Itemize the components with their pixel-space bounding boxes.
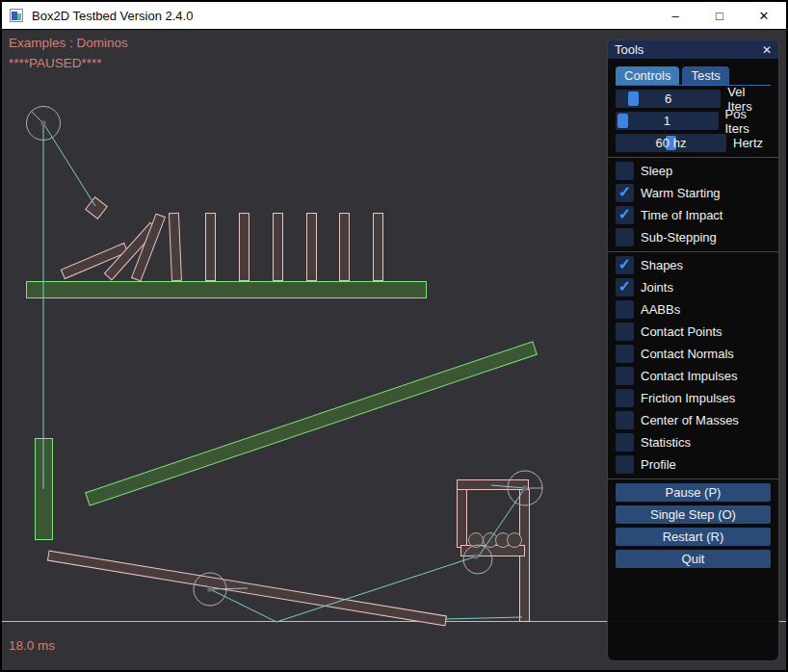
minimize-button[interactable]: – <box>653 2 697 29</box>
tools-panel-title: Tools <box>615 42 644 57</box>
tools-panel-header[interactable]: Tools ✕ <box>608 40 778 59</box>
slider-row: 60 hz Hertz <box>616 134 771 152</box>
checkbox-row: Warm Starting <box>616 184 771 202</box>
domino-platform <box>27 282 427 298</box>
checkbox-row: Contact Points <box>616 323 771 341</box>
checkbox-row: Sub-Stepping <box>616 228 771 246</box>
maximize-button[interactable]: □ <box>697 2 742 29</box>
checkbox-warm-starting[interactable] <box>616 184 634 202</box>
ball <box>508 533 522 548</box>
checkbox-center-of-masses[interactable] <box>616 411 634 429</box>
vel-iters-slider[interactable]: 6 <box>616 90 721 108</box>
example-label: Examples : Dominos <box>9 36 128 50</box>
panel-close-icon[interactable]: ✕ <box>762 43 772 57</box>
slider-label: Hertz <box>733 136 763 150</box>
tools-panel-body: Controls Tests 6 Vel Iters 1 P <box>608 66 778 568</box>
tab-controls[interactable]: Controls <box>616 66 679 85</box>
checkbox-time-of-impact[interactable] <box>616 206 634 224</box>
checkbox-contact-normals[interactable] <box>616 345 634 363</box>
checkbox-label: Sleep <box>641 164 672 178</box>
checkbox-joints[interactable] <box>616 278 634 297</box>
checkbox-contact-impulses[interactable] <box>616 367 634 385</box>
checkbox-friction-impulses[interactable] <box>616 389 634 407</box>
checkbox-label: Statistics <box>641 435 691 450</box>
domino <box>274 214 283 281</box>
restart-button[interactable]: Restart (R) <box>616 528 771 546</box>
quit-button[interactable]: Quit <box>616 550 771 568</box>
frame-time-label: 18.0 ms <box>9 638 55 653</box>
frame-left-post <box>458 490 467 548</box>
checkbox-label: Time of Impact <box>641 208 722 222</box>
window-controls: – □ ✕ <box>653 2 786 29</box>
slider-row: 6 Vel Iters <box>616 90 771 108</box>
separator <box>608 251 778 252</box>
checkbox-row: Sleep <box>616 162 771 180</box>
hertz-slider[interactable]: 60 hz <box>616 134 726 152</box>
domino <box>240 214 250 281</box>
pendulum-bob <box>86 197 107 219</box>
checkbox-profile[interactable] <box>616 455 634 474</box>
checkbox-sub-stepping[interactable] <box>616 228 634 246</box>
checkbox-row: Contact Normals <box>616 345 771 363</box>
window-title: Box2D Testbed Version 2.4.0 <box>32 9 193 23</box>
checkbox-row: Profile <box>616 455 771 474</box>
checkbox-row: Time of Impact <box>616 206 771 224</box>
domino <box>374 214 383 281</box>
checkbox-label: Profile <box>641 457 676 472</box>
checkbox-aabbs[interactable] <box>616 300 634 319</box>
checkbox-label: AABBs <box>641 302 680 317</box>
checkbox-row: Friction Impulses <box>616 389 771 407</box>
checkbox-row: Shapes <box>616 256 771 274</box>
single-step-button[interactable]: Single Step (O) <box>616 505 771 524</box>
checkbox-sleep[interactable] <box>616 162 634 180</box>
domino <box>340 214 350 281</box>
pos-iters-slider[interactable]: 1 <box>616 112 719 130</box>
simulation-viewport[interactable]: Examples : Dominos ****PAUSED**** 18.0 m… <box>2 30 786 670</box>
pause-button[interactable]: Pause (P) <box>616 483 771 502</box>
slider-row: 1 Pos Iters <box>616 112 771 130</box>
tab-bar: Controls Tests <box>616 66 771 86</box>
dynamic-pink-shapes <box>47 197 529 626</box>
paused-label: ****PAUSED**** <box>9 56 102 70</box>
slider-value: 1 <box>616 112 719 130</box>
checkbox-label: Center of Masses <box>641 413 739 427</box>
checkbox-row: AABBs <box>616 300 771 319</box>
checkbox-row: Statistics <box>616 433 771 452</box>
checkbox-label: Friction Impulses <box>641 391 735 405</box>
checkbox-row: Contact Impulses <box>616 367 771 385</box>
separator <box>608 478 778 479</box>
titlebar[interactable]: Box2D Testbed Version 2.4.0 – □ ✕ <box>2 2 786 30</box>
app-icon <box>10 9 23 22</box>
close-button[interactable]: ✕ <box>742 2 786 29</box>
separator <box>608 157 778 158</box>
checkbox-label: Contact Normals <box>641 347 734 361</box>
tab-tests[interactable]: Tests <box>682 66 728 85</box>
checkbox-label: Contact Points <box>641 324 722 339</box>
checkbox-shapes[interactable] <box>616 256 634 274</box>
slider-label: Pos Iters <box>725 107 772 136</box>
checkbox-label: Warm Starting <box>641 186 721 200</box>
app-window: Box2D Testbed Version 2.4.0 – □ ✕ <box>0 0 788 672</box>
checkbox-label: Contact Impulses <box>641 369 737 383</box>
body-center-markers <box>41 121 528 592</box>
checkbox-row: Center of Masses <box>616 411 771 429</box>
checkbox-statistics[interactable] <box>616 433 634 452</box>
tools-panel: Tools ✕ Controls Tests 6 Vel Iters <box>607 39 779 661</box>
checkbox-label: Joints <box>641 280 673 295</box>
slider-value: 60 hz <box>616 134 726 152</box>
frame-top-beam <box>458 480 529 490</box>
domino <box>169 213 181 280</box>
checkbox-label: Sub-Stepping <box>641 230 717 245</box>
slider-value: 6 <box>616 90 721 108</box>
domino <box>307 214 317 281</box>
checkbox-label: Shapes <box>641 258 683 272</box>
checkbox-contact-points[interactable] <box>616 323 634 341</box>
checkbox-row: Joints <box>616 278 771 297</box>
domino <box>206 214 216 281</box>
